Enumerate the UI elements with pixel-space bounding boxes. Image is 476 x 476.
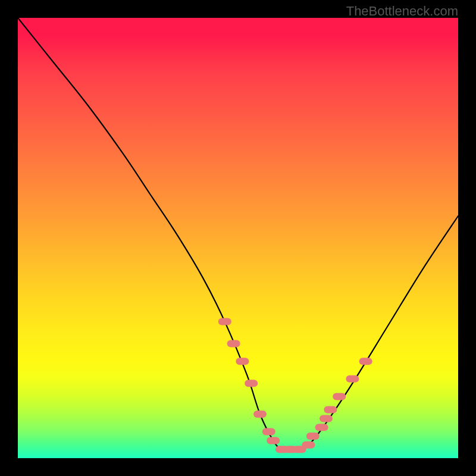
watermark-text: TheBottleneck.com	[346, 4, 458, 19]
marker-group	[218, 318, 372, 453]
marker-dot	[306, 433, 320, 440]
chart-container: TheBottleneck.com	[0, 0, 476, 476]
plot-area	[18, 18, 458, 458]
marker-dot	[333, 393, 346, 400]
marker-dot	[315, 424, 328, 431]
marker-dot	[262, 428, 275, 436]
bottleneck-curve	[18, 18, 458, 450]
marker-dot	[359, 358, 372, 365]
marker-dot	[245, 380, 258, 387]
marker-dot	[236, 358, 249, 365]
marker-dot	[302, 441, 315, 449]
chart-svg	[18, 18, 458, 458]
marker-dot	[320, 415, 333, 422]
marker-dot	[227, 340, 240, 347]
marker-dot	[253, 411, 267, 418]
marker-dot	[346, 375, 359, 383]
marker-dot	[267, 437, 280, 444]
marker-dot	[324, 406, 337, 414]
marker-dot	[218, 318, 231, 325]
